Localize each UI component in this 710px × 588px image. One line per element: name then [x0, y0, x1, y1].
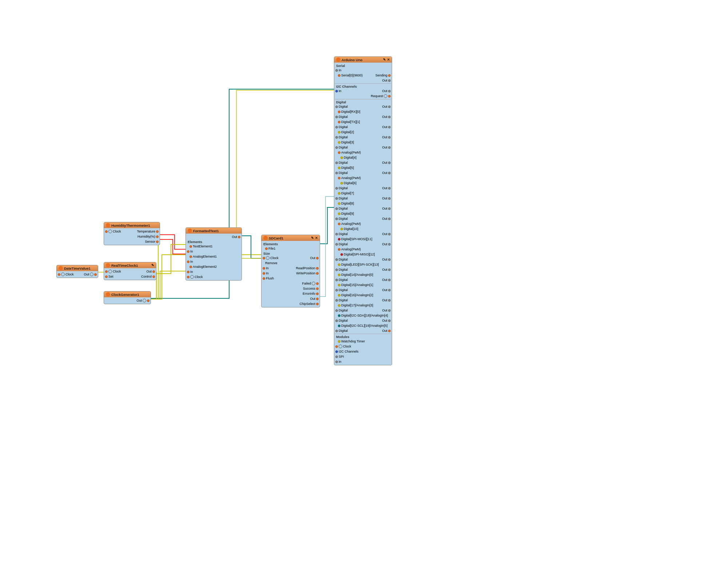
- sdcard-in-readpos: In ReadPosition: [262, 266, 320, 271]
- clock-icon: [384, 94, 387, 98]
- node-arduino-uno[interactable]: Arduino Uno ✎ ✕ Serial In Serial[0](9600…: [334, 56, 392, 365]
- modules-label: Modules: [334, 334, 392, 339]
- d4: Digital Out: [334, 145, 392, 150]
- port-dot: [338, 202, 340, 205]
- d11-sub: Digital[SPI-MOSI][11]: [334, 237, 392, 242]
- port-dot: [316, 287, 319, 290]
- port-dot-r: [388, 172, 391, 174]
- port-dot-r2: [156, 235, 159, 238]
- clock-icon: [312, 282, 315, 285]
- port-dot-r: [388, 126, 391, 128]
- humidity-header: HumidityThermometer1: [104, 222, 160, 228]
- d19-sub: Digital[I2C-SCL][19]/AnalogIn[5]: [334, 323, 392, 328]
- port-dot-r: [388, 74, 391, 77]
- arduino-i2c-in: In Out: [334, 88, 392, 94]
- port-dot: [338, 263, 340, 266]
- port-dot: [340, 156, 343, 159]
- formatted-text-el: TextElement1: [186, 244, 242, 249]
- port-dot-out: [238, 236, 240, 238]
- port-dot-r: [388, 197, 391, 200]
- port-dot: [338, 284, 340, 286]
- clock-icon: [190, 275, 194, 279]
- d12: Digital Out: [334, 242, 392, 247]
- port-dot: [338, 141, 340, 144]
- arduino-icon: [336, 57, 340, 62]
- d2-sub: Digital[2]: [334, 130, 392, 135]
- port-dot: [338, 248, 340, 251]
- d8-sub: Digital[8]: [334, 201, 392, 206]
- arduino-serial-9600: Serial[0](9600) Sending: [334, 73, 392, 78]
- d18-sub: Digital[I2C-SDA][18]/AnalogIn[4]: [334, 313, 392, 318]
- i2c-label: I2C Channels: [334, 84, 392, 88]
- realtime-clock-header: RealTimeClock1 ✎: [104, 262, 156, 268]
- port-dot: [316, 298, 319, 300]
- port-dot-r: [388, 218, 391, 220]
- clock-icon: [108, 270, 112, 273]
- port-dot-r: [388, 330, 391, 332]
- port-dot: [335, 207, 338, 210]
- port-dot: [335, 289, 338, 291]
- d-rx0-sub: Digital[RX][0]: [334, 109, 392, 114]
- port-dot: [263, 277, 265, 280]
- d9: Digital Out: [334, 206, 392, 211]
- d3: Digital Out: [334, 135, 392, 140]
- d11: Digital Out: [334, 231, 392, 237]
- port-dot: [105, 275, 108, 278]
- port-dot: [335, 116, 338, 118]
- d4-sub2: Digital[4]: [334, 155, 392, 160]
- port-dot-r: [388, 233, 391, 235]
- port-dot: [335, 319, 338, 322]
- formatted-out-row: Out: [186, 234, 242, 239]
- port-dot-r: [388, 106, 391, 108]
- sdcard-header: SDCard1 ✎ ✕: [262, 235, 320, 241]
- port-dot: [316, 303, 319, 305]
- port-dot-r3: [156, 241, 159, 243]
- sdcard-chipselect: ChipSelect: [262, 301, 320, 306]
- arduino-serial-in: In: [334, 68, 392, 73]
- d10-sub: Analog(PwM): [334, 221, 392, 226]
- arduino-spi-row: SPI: [334, 354, 392, 359]
- port-dot: [335, 361, 338, 363]
- arduino-serial-out: Out: [334, 78, 392, 83]
- port-dot: [335, 330, 338, 332]
- formatted-body: Out Elements TextElement1 In AnalogEleme…: [186, 234, 242, 280]
- port-dot: [335, 106, 338, 108]
- sdcard-title: SDCard1: [269, 236, 283, 240]
- port-dot: [335, 136, 338, 139]
- d12-sub: Analog(PwM): [334, 247, 392, 252]
- node-datetimevalue-header: DateTimeValue1: [57, 265, 98, 271]
- port-dot: [105, 270, 108, 273]
- sdcard-icon: [263, 236, 268, 240]
- port-dot: [316, 293, 319, 295]
- port-row: Clock Out: [57, 272, 98, 277]
- node-humidity[interactable]: HumidityThermometer1 Clock Temperature H…: [104, 222, 160, 245]
- d19: Digital Out: [334, 318, 392, 323]
- d5-sub: Digital[5]: [334, 165, 392, 170]
- port-dot-r: [388, 79, 391, 82]
- port-dot-r: [388, 319, 391, 322]
- node-datetimevalue[interactable]: DateTimeValue1 Clock Out: [56, 265, 98, 278]
- port-dot-r2: [316, 272, 319, 275]
- port-dot: [335, 69, 338, 72]
- port-dot-r: [388, 90, 391, 92]
- port-dot-r: [388, 116, 391, 118]
- port-humidity-row: Humidity(%): [104, 234, 160, 239]
- port-dot: [190, 266, 192, 268]
- node-sdcard[interactable]: SDCard1 ✎ ✕ Elements File1 Size Clock Ou…: [261, 235, 320, 307]
- d16: Digital Out: [334, 287, 392, 293]
- port-clock-row: Clock Temperature: [104, 229, 160, 234]
- sdcard-in-writepos: In WritePosition: [262, 271, 320, 276]
- port-dot-r: [388, 207, 391, 210]
- port-dot: [338, 151, 340, 154]
- node-realtime-clock[interactable]: RealTimeClock1 ✎ Clock Out Set Control: [104, 262, 156, 280]
- clock-icon: [108, 230, 112, 233]
- node-clock-generator[interactable]: ClockGenerator1 Out: [104, 291, 151, 304]
- d9-sub: Digital[9]: [334, 211, 392, 216]
- sdcard-elements: Elements: [262, 242, 320, 246]
- port-dot: [105, 230, 108, 233]
- arduino-modules-clock: Clock: [334, 344, 392, 349]
- node-formatted-text[interactable]: FormattedText1 Out Elements TextElement1…: [186, 227, 242, 281]
- realtime-icon: [106, 263, 110, 267]
- port-dot: [338, 223, 340, 225]
- watchdog-row: Watchdog Timer: [334, 339, 392, 344]
